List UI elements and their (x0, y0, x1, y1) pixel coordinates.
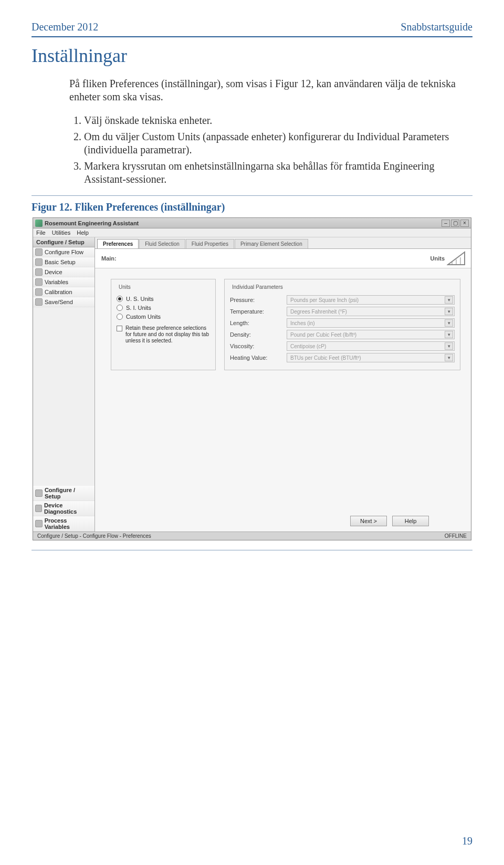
radio-si-units[interactable]: S. I. Units (117, 305, 210, 311)
sidebar-header: Configure / Setup (33, 237, 94, 247)
sidebar-item-variables[interactable]: Variables (33, 277, 94, 287)
doc-date: December 2012 (32, 21, 98, 33)
window-titlebar: Rosemount Engineering Assistant – ▢ × (33, 218, 471, 228)
params-legend: Individual Parameters (230, 284, 285, 290)
chevron-down-icon: ▾ (445, 354, 453, 361)
navgroup-process-variables[interactable]: Process Variables (33, 516, 94, 531)
tab-bar: Preferences Fluid Selection Fluid Proper… (95, 237, 471, 249)
gear-icon (35, 489, 43, 497)
radio-icon (117, 305, 123, 311)
param-label-pressure: Pressure: (230, 297, 282, 303)
params-fieldset: Individual Parameters Pressure:Pounds pe… (224, 279, 460, 370)
menu-file[interactable]: File (36, 230, 46, 236)
process-icon (35, 520, 43, 527)
radio-us-units[interactable]: U. S. Units (117, 296, 210, 302)
chevron-down-icon: ▾ (445, 308, 453, 315)
page-number: 19 (462, 835, 472, 847)
menu-bar: File Utilities Help (33, 228, 471, 237)
subheader-left: Main: (101, 255, 117, 262)
subheader-right: Units (430, 255, 445, 262)
chevron-down-icon: ▾ (445, 319, 453, 327)
radio-custom-units[interactable]: Custom Units (117, 314, 210, 320)
step-item: Markera kryssrutan om enhetsinställninga… (84, 160, 472, 186)
param-label-heating-value: Heating Value: (230, 355, 282, 361)
diagnostics-icon (35, 505, 42, 512)
sidebar-item-save-send[interactable]: Save/Send (33, 297, 94, 307)
dropdown-heating-value[interactable]: BTUs per Cubic Feet (BTU/ft³)▾ (287, 353, 455, 362)
minimize-button[interactable]: – (442, 220, 450, 227)
step-item: Välj önskade tekniska enheter. (84, 114, 472, 127)
window-title: Rosemount Engineering Assistant (45, 220, 139, 226)
figure-caption: Figur 12. Fliken Preferences (inställnin… (32, 195, 472, 213)
sidebar: Configure / Setup Configure Flow Basic S… (33, 237, 95, 531)
status-path: Configure / Setup - Configure Flow - Pre… (37, 533, 151, 539)
param-label-density: Density: (230, 331, 282, 338)
tab-preferences[interactable]: Preferences (97, 239, 139, 248)
chevron-down-icon: ▾ (445, 342, 453, 350)
units-fieldset: Units U. S. Units S. I. Units Custom Uni… (111, 279, 216, 370)
retain-label: Retain these preference selections for f… (125, 325, 210, 344)
sidebar-item-calibration[interactable]: Calibration (33, 287, 94, 297)
step-item: Om du väljer Custom Units (anpassade enh… (84, 130, 472, 157)
units-legend: Units (117, 284, 133, 290)
app-window: Rosemount Engineering Assistant – ▢ × Fi… (33, 217, 471, 540)
device-icon (35, 268, 43, 276)
close-button[interactable]: × (460, 220, 469, 227)
chevron-down-icon: ▾ (445, 296, 453, 304)
wizard-buttons: Next > Help (95, 513, 471, 531)
sidebar-item-configure-flow[interactable]: Configure Flow (33, 247, 94, 257)
status-mode: OFFLINE (445, 533, 467, 539)
dropdown-viscosity[interactable]: Centipoise (cP)▾ (287, 341, 455, 351)
ruler-icon (447, 251, 466, 266)
retain-checkbox-row[interactable]: Retain these preference selections for f… (117, 325, 210, 344)
step-list: Välj önskade tekniska enheter. Om du väl… (69, 114, 472, 186)
next-button[interactable]: Next > (350, 516, 387, 526)
subheader: Main: Units (95, 249, 471, 268)
dropdown-pressure[interactable]: Pounds per Square Inch (psi)▾ (287, 295, 455, 305)
dropdown-density[interactable]: Pound per Cubic Feet (lb/ft³)▾ (287, 330, 455, 339)
menu-help[interactable]: Help (77, 230, 89, 236)
sidebar-item-device[interactable]: Device (33, 267, 94, 277)
flow-icon (35, 248, 43, 256)
maximize-button[interactable]: ▢ (451, 220, 459, 227)
guide-label: Snabbstartsguide (401, 21, 472, 33)
app-icon (35, 220, 43, 227)
tab-primary-element[interactable]: Primary Element Selection (235, 239, 308, 248)
navgroup-device-diagnostics[interactable]: Device Diagnostics (33, 501, 94, 516)
help-button[interactable]: Help (392, 516, 429, 526)
page-header: December 2012 Snabbstartsguide (32, 21, 472, 37)
tab-fluid-properties[interactable]: Fluid Properties (186, 239, 234, 248)
content-pane: Preferences Fluid Selection Fluid Proper… (95, 237, 471, 531)
radio-icon (117, 296, 123, 302)
setup-icon (35, 258, 43, 266)
tab-fluid-selection[interactable]: Fluid Selection (139, 239, 185, 248)
param-label-viscosity: Viscosity: (230, 343, 282, 349)
checkbox-icon (117, 326, 122, 331)
param-label-length: Length: (230, 320, 282, 326)
navgroup-configure-setup[interactable]: Configure / Setup (33, 486, 94, 501)
menu-utilities[interactable]: Utilities (52, 230, 70, 236)
radio-icon (117, 314, 123, 320)
save-icon (35, 298, 43, 306)
variables-icon (35, 278, 43, 286)
sidebar-item-basic-setup[interactable]: Basic Setup (33, 257, 94, 267)
status-bar: Configure / Setup - Configure Flow - Pre… (33, 531, 471, 540)
intro-text: På fliken Preferences (inställningar), s… (69, 77, 472, 103)
param-label-temperature: Temperature: (230, 308, 282, 315)
dropdown-length[interactable]: Inches (in)▾ (287, 318, 455, 328)
dropdown-temperature[interactable]: Degrees Fahrenheit (°F)▾ (287, 307, 455, 316)
chevron-down-icon: ▾ (445, 331, 453, 338)
section-title: Inställningar (32, 45, 472, 67)
calibration-icon (35, 288, 43, 296)
